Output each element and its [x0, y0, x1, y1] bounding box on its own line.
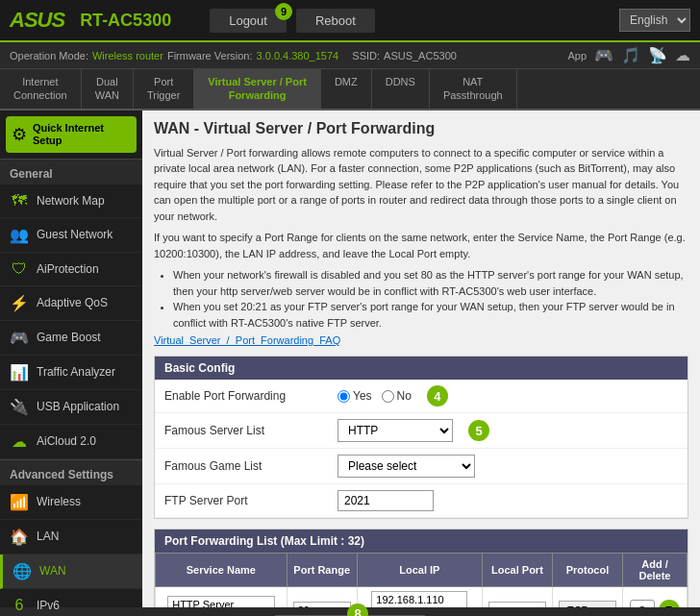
enable-pf-label: Enable Port Forwarding — [164, 389, 338, 403]
ssid-value: ASUS_AC5300 — [384, 50, 457, 62]
badge-5: 5 — [468, 420, 489, 441]
sidebar-item-game-boost[interactable]: 🎮 Game Boost — [0, 321, 142, 356]
wireless-label: Wireless — [37, 495, 81, 508]
sidebar-item-lan[interactable]: 🏠 LAN — [0, 520, 142, 554]
tab-internet[interactable]: InternetConnection — [0, 69, 82, 109]
basic-config-section: Basic Config Enable Port Forwarding Yes … — [154, 356, 688, 519]
sidebar-item-wan[interactable]: 🌐 WAN — [0, 554, 142, 589]
row1-ip-input[interactable] — [371, 591, 467, 607]
network-map-icon: 🗺 — [10, 192, 29, 209]
lan-label: LAN — [37, 530, 59, 543]
ftp-port-row: FTP Server Port — [155, 484, 688, 518]
reboot-button[interactable]: Reboot — [296, 9, 375, 33]
yes-radio-label[interactable]: Yes — [338, 389, 372, 403]
content-area: WAN - Virtual Server / Port Forwarding V… — [142, 111, 700, 607]
sidebar-item-network-map[interactable]: 🗺 Network Map — [0, 185, 142, 218]
row1-port-input[interactable] — [293, 602, 351, 607]
row1-protocol: TCP UDP BOTH — [552, 587, 622, 607]
ftp-port-value — [338, 490, 678, 511]
music-icon[interactable]: 🎵 — [621, 46, 640, 64]
cloud-icon[interactable]: ☁ — [675, 46, 690, 64]
tabs-row: InternetConnection DualWAN PortTrigger V… — [0, 69, 700, 111]
tab-nat[interactable]: NATPassthrough — [430, 69, 517, 109]
gamepad-icon[interactable]: 🎮 — [594, 46, 613, 64]
ipv6-icon: 6 — [10, 597, 29, 614]
tab-ddns[interactable]: DDNS — [372, 69, 430, 109]
wan-label: WAN — [39, 564, 66, 578]
col-local-port: Local Port — [482, 554, 552, 587]
basic-config-header: Basic Config — [155, 357, 688, 380]
col-service: Service Name — [156, 554, 288, 587]
enable-pf-radio-group: Yes No — [338, 389, 412, 403]
row1-service-input[interactable] — [167, 596, 274, 607]
row1-local-port — [482, 587, 552, 607]
col-add-delete: Add / Delete — [622, 554, 687, 587]
quick-setup-label: Quick Internet — [33, 122, 104, 135]
sidebar-item-aicloud[interactable]: ☁ AiCloud 2.0 — [0, 425, 142, 459]
traffic-analyzer-label: Traffic Analyzer — [37, 365, 115, 379]
tab-virtual-server[interactable]: Virtual Server / PortForwarding — [194, 69, 321, 109]
badge-4: 4 — [427, 385, 448, 407]
header-right: English — [619, 9, 690, 32]
col-local-ip: Local IP — [357, 554, 482, 587]
model-name: RT-AC5300 — [80, 11, 171, 31]
sidebar: ⚙ Quick Internet Setup General 🗺 Network… — [0, 111, 142, 607]
fw-label: Firmware Version: — [167, 50, 253, 62]
sidebar-item-traffic-analyzer[interactable]: 📊 Traffic Analyzer — [0, 356, 142, 390]
tab-port-trigger[interactable]: PortTrigger — [134, 69, 194, 109]
enable-pf-value: Yes No 4 — [338, 385, 678, 407]
famous-game-value: Please select Xbox Live PlayStation Netw… — [338, 455, 678, 478]
ftp-port-input[interactable] — [338, 490, 434, 511]
quick-setup-label2: Setup — [33, 135, 104, 147]
op-mode-label: Operation Mode: — [10, 50, 88, 62]
famous-game-row: Famous Game List Please select Xbox Live… — [155, 449, 688, 484]
row1-port — [287, 587, 357, 607]
faq-link[interactable]: Virtual_Server_/_Port_Forwarding_FAQ — [154, 334, 688, 346]
quick-internet-setup[interactable]: ⚙ Quick Internet Setup — [6, 116, 137, 153]
tab-dual-wan[interactable]: DualWAN — [82, 69, 134, 109]
row1-local-port-input[interactable] — [488, 602, 546, 607]
sidebar-item-aiprotection[interactable]: 🛡 AiProtection — [0, 253, 142, 286]
lan-icon: 🏠 — [10, 528, 29, 546]
pf-list-section: Port Forwarding List (Max Limit : 32) Se… — [154, 529, 688, 607]
famous-game-select[interactable]: Please select Xbox Live PlayStation Netw… — [338, 455, 475, 478]
ssid-label: SSID: — [352, 50, 380, 62]
famous-server-select[interactable]: HTTP FTP HTTPS SMB SSH Telnet SMTP POP3 … — [338, 419, 453, 442]
quick-setup-icon: ⚙ — [12, 124, 27, 145]
guest-network-label: Guest Network — [37, 228, 112, 241]
fw-value: 3.0.0.4.380_1574 — [257, 50, 339, 62]
sidebar-item-wireless[interactable]: 📶 Wireless — [0, 485, 142, 520]
game-boost-label: Game Boost — [37, 331, 101, 344]
wan-icon: 🌐 — [12, 562, 32, 580]
tab-dmz[interactable]: DMZ — [321, 69, 372, 109]
yes-radio[interactable] — [338, 390, 350, 403]
op-mode-value: Wireless router — [92, 50, 163, 62]
col-port-range: Port Range — [287, 554, 357, 587]
advanced-section-title: Advanced Settings — [0, 459, 142, 485]
logout-button[interactable]: Logout 9 — [210, 9, 287, 33]
row1-service: ✎ — [156, 587, 288, 607]
adaptive-qos-label: Adaptive QoS — [37, 296, 108, 309]
sidebar-item-ipv6[interactable]: 6 IPv6 — [0, 589, 142, 616]
row1-protocol-select[interactable]: TCP UDP BOTH — [559, 601, 616, 607]
bullet1: When your network's firewall is disabled… — [173, 267, 688, 299]
network-map-label: Network Map — [37, 194, 105, 208]
sidebar-item-usb-application[interactable]: 🔌 USB Application — [0, 390, 142, 425]
no-radio[interactable] — [382, 390, 394, 403]
yes-label: Yes — [353, 389, 372, 403]
general-section-title: General — [0, 159, 142, 185]
router-icon[interactable]: 📡 — [648, 46, 667, 64]
guest-network-icon: 👥 — [10, 226, 29, 244]
usb-application-label: USB Application — [37, 400, 119, 413]
traffic-analyzer-icon: 📊 — [10, 363, 29, 382]
description2: If you want to specify a Port Range for … — [154, 230, 688, 261]
usb-application-icon: 🔌 — [10, 398, 29, 416]
famous-server-row: Famous Server List HTTP FTP HTTPS SMB SS… — [155, 413, 688, 449]
ipv6-label: IPv6 — [37, 599, 60, 612]
logo-area: ASUS RT-AC5300 — [10, 8, 171, 33]
no-radio-label[interactable]: No — [382, 389, 412, 403]
sidebar-item-guest-network[interactable]: 👥 Guest Network — [0, 218, 142, 253]
sidebar-item-adaptive-qos[interactable]: ⚡ Adaptive QoS — [0, 286, 142, 321]
add-row-button[interactable]: ⊕ — [630, 600, 655, 607]
language-select[interactable]: English — [619, 9, 690, 32]
